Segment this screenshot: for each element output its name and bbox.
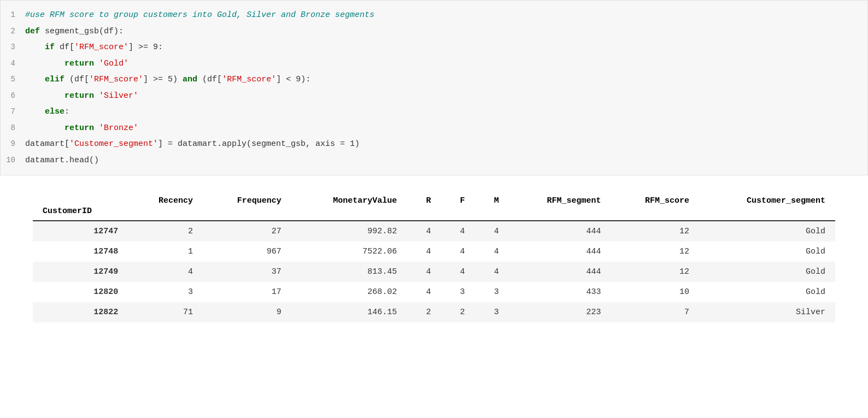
line-number: 9 — [1, 138, 25, 151]
code-string: 'Silver' — [99, 91, 138, 101]
code-string: 'RFM_score' — [89, 75, 143, 84]
code-string: 'Bronze' — [99, 123, 138, 133]
line-number: 10 — [1, 154, 25, 167]
table-cell: 967 — [203, 242, 291, 262]
column-header: Customer_segment — [699, 192, 835, 207]
table-cell: 12820 — [33, 282, 128, 302]
code-plain — [25, 43, 45, 52]
code-plain: datamart.head() — [25, 156, 99, 165]
data-table: RecencyFrequencyMonetaryValueRFMRFM_segm… — [33, 192, 835, 322]
column-header: Frequency — [203, 192, 291, 207]
code-plain: : — [64, 107, 69, 116]
table-cell: 4 — [407, 282, 441, 302]
code-keyword: def — [25, 27, 40, 36]
table-cell: 4 — [128, 262, 203, 282]
table-cell: 813.45 — [291, 262, 407, 282]
table-cell: 12 — [611, 221, 699, 242]
column-header: RFM_score — [611, 192, 699, 207]
table-cell: 444 — [509, 221, 611, 242]
code-line: 9datamart['Customer_segment'] = datamart… — [1, 136, 867, 152]
table-cell: 27 — [203, 221, 291, 242]
table-cell: Gold — [699, 282, 835, 302]
code-content: def segment_gsb(df): — [25, 25, 124, 39]
table-cell: 4 — [441, 242, 474, 262]
line-number: 3 — [1, 41, 25, 54]
code-content: if df['RFM_score'] >= 9: — [25, 40, 163, 55]
table-cell: 12747 — [33, 221, 128, 242]
table-row: 1274819677522.0644444412Gold — [33, 242, 835, 262]
customer-id-header — [407, 207, 441, 221]
table-cell: 433 — [509, 282, 611, 302]
code-keyword: elif — [45, 75, 64, 84]
code-plain: (df[ — [64, 75, 89, 84]
code-keyword: return — [64, 91, 94, 101]
code-content: return 'Gold' — [25, 57, 128, 71]
code-keyword: else — [45, 107, 64, 116]
code-plain: ] — [128, 43, 138, 52]
code-content: return 'Bronze' — [25, 121, 138, 136]
table-cell: 9 — [203, 302, 291, 322]
table-row: 12820317268.0243343310Gold — [33, 282, 835, 302]
code-line: 3 if df['RFM_score'] >= 9: — [1, 39, 867, 56]
code-content: datamart['Customer_segment'] = datamart.… — [25, 137, 360, 151]
code-line: 2def segment_gsb(df): — [1, 23, 867, 40]
code-plain: (df[ — [197, 75, 222, 84]
customer-id-header: CustomerID — [33, 207, 128, 221]
customer-id-header — [291, 207, 407, 221]
code-plain: >= 9: — [138, 43, 163, 52]
table-cell: 4 — [475, 262, 509, 282]
table-cell: 4 — [407, 221, 441, 242]
line-number: 1 — [1, 9, 25, 22]
table-cell: 3 — [475, 302, 509, 322]
table-row: 12747227992.8244444412Gold — [33, 221, 835, 242]
table-cell: 268.02 — [291, 282, 407, 302]
customer-id-header — [203, 207, 291, 221]
code-keyword: return — [64, 59, 94, 68]
code-keyword: return — [64, 123, 94, 133]
table-cell: 12749 — [33, 262, 128, 282]
code-keyword: if — [45, 43, 55, 52]
column-header — [33, 192, 128, 207]
code-string: 'Gold' — [99, 59, 128, 68]
code-plain: datamart[ — [25, 139, 69, 149]
code-line: 6 return 'Silver' — [1, 88, 867, 104]
code-line: 8 return 'Bronze' — [1, 120, 867, 137]
customer-id-header — [441, 207, 474, 221]
code-content: return 'Silver' — [25, 89, 138, 103]
column-header: M — [475, 192, 509, 207]
table-cell: Gold — [699, 221, 835, 242]
column-header: R — [407, 192, 441, 207]
table-cell: Gold — [699, 242, 835, 262]
customer-id-header — [128, 207, 203, 221]
table-cell: 37 — [203, 262, 291, 282]
line-number: 6 — [1, 90, 25, 103]
table-cell: 4 — [475, 242, 509, 262]
table-cell: 71 — [128, 302, 203, 322]
table-cell: 223 — [509, 302, 611, 322]
code-plain — [94, 91, 99, 101]
table-cell: 3 — [475, 282, 509, 302]
code-plain: ] < 9): — [276, 75, 310, 84]
code-plain — [25, 75, 45, 84]
line-number: 7 — [1, 105, 25, 119]
line-number: 2 — [1, 25, 25, 38]
code-plain — [94, 123, 99, 133]
table-cell: 992.82 — [291, 221, 407, 242]
table-section: RecencyFrequencyMonetaryValueRFMRFM_segm… — [0, 175, 868, 339]
code-block: 1#use RFM score to group customers into … — [0, 0, 868, 175]
code-plain: ] = datamart.apply(segment_gsb, axis = 1… — [158, 139, 360, 149]
table-cell: Gold — [699, 262, 835, 282]
table-row: 12749437813.4544444412Gold — [33, 262, 835, 282]
table-cell: 3 — [441, 282, 474, 302]
code-plain: df[ — [55, 43, 74, 52]
code-content: datamart.head() — [25, 154, 99, 168]
table-cell: 7 — [611, 302, 699, 322]
code-line: 5 elif (df['RFM_score'] >= 5) and (df['R… — [1, 72, 867, 88]
customer-id-header — [475, 207, 509, 221]
line-number: 8 — [1, 122, 25, 135]
code-plain — [25, 59, 64, 68]
table-cell: 12 — [611, 242, 699, 262]
code-plain: ] >= 5) — [143, 75, 183, 84]
code-content: else: — [25, 105, 69, 119]
code-string: 'Customer_segment' — [69, 139, 158, 149]
